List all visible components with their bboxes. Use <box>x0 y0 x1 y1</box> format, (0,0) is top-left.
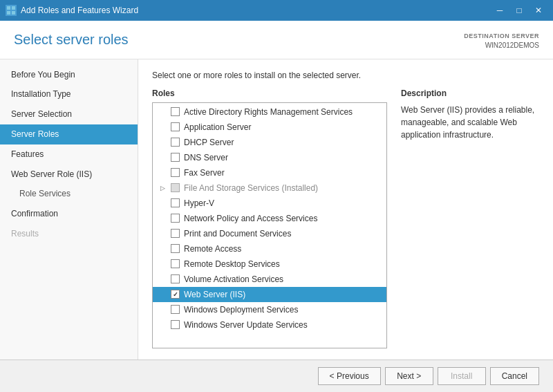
cancel-button[interactable]: Cancel <box>490 367 539 385</box>
minimize-button[interactable]: ─ <box>491 3 509 17</box>
destination-server-name: WIN2012DEMOS <box>464 41 539 50</box>
role-item[interactable]: Hyper-V <box>153 196 386 211</box>
role-checkbox[interactable] <box>171 305 180 314</box>
role-name: Hyper-V <box>184 198 382 208</box>
content-description: Select one or more roles to install on t… <box>152 71 539 80</box>
destination-server: DESTINATION SERVER WIN2012DEMOS <box>464 32 539 50</box>
role-name: Active Directory Rights Management Servi… <box>184 107 382 117</box>
role-checkbox[interactable]: ✓ <box>171 290 180 299</box>
roles-header: Roles <box>152 88 387 98</box>
role-checkbox[interactable] <box>171 320 180 329</box>
role-checkbox[interactable] <box>171 229 180 238</box>
role-checkbox[interactable] <box>171 107 180 116</box>
roles-list: Active Directory Rights Management Servi… <box>153 103 386 348</box>
destination-label: DESTINATION SERVER <box>464 32 539 41</box>
previous-button[interactable]: < Previous <box>318 367 381 385</box>
sidebar-item-results: Results <box>0 224 138 244</box>
role-item[interactable]: Print and Document Services <box>153 226 386 241</box>
svg-rect-3 <box>12 11 15 15</box>
role-name: Volume Activation Services <box>184 274 382 284</box>
svg-rect-0 <box>7 6 10 10</box>
svg-rect-2 <box>7 11 10 15</box>
footer: < Previous Next > Install Cancel <box>0 360 553 392</box>
title-bar: Add Roles and Features Wizard ─ □ ✕ <box>0 0 553 21</box>
sidebar-item-features[interactable]: Features <box>0 144 138 165</box>
header: Select server roles DESTINATION SERVER W… <box>0 21 553 59</box>
sidebar-item-installation-type[interactable]: Installation Type <box>0 84 138 104</box>
role-item[interactable]: Application Server <box>153 120 386 135</box>
role-name: File And Storage Services (Installed) <box>184 183 382 193</box>
role-checkbox[interactable] <box>171 214 180 223</box>
role-item[interactable]: Remote Desktop Services <box>153 256 386 272</box>
role-checkbox[interactable] <box>171 274 180 283</box>
role-checkbox[interactable] <box>171 138 180 147</box>
role-item[interactable]: Windows Server Update Services <box>153 317 386 333</box>
sidebar-item-role-services[interactable]: Role Services <box>0 184 138 204</box>
content-columns: Roles Active Directory Rights Management… <box>152 88 539 348</box>
install-button[interactable]: Install <box>438 367 486 385</box>
main-window: Select server roles DESTINATION SERVER W… <box>0 21 553 392</box>
sidebar-item-before-you-begin[interactable]: Before You Begin <box>0 65 138 85</box>
role-name: Network Policy and Access Services <box>184 214 382 223</box>
role-checkbox[interactable] <box>171 153 180 162</box>
description-panel: Description Web Server (IIS) provides a … <box>401 88 539 348</box>
sidebar-item-server-selection[interactable]: Server Selection <box>0 104 138 124</box>
role-item[interactable]: Network Policy and Access Services <box>153 211 386 226</box>
sidebar-item-server-roles[interactable]: Server Roles <box>0 124 138 144</box>
description-header: Description <box>401 88 539 98</box>
role-name: Fax Server <box>184 168 382 178</box>
description-text: Web Server (IIS) provides a reliable, ma… <box>401 104 539 141</box>
role-checkbox[interactable] <box>171 168 180 177</box>
page-title: Select server roles <box>14 32 129 48</box>
role-name: Windows Deployment Services <box>184 305 382 315</box>
close-button[interactable]: ✕ <box>529 3 547 17</box>
role-name: Remote Desktop Services <box>184 259 382 269</box>
role-item[interactable]: Active Directory Rights Management Servi… <box>153 104 386 120</box>
role-item[interactable]: DNS Server <box>153 150 386 165</box>
sidebar-item-web-server-role-(iis)[interactable]: Web Server Role (IIS) <box>0 165 138 185</box>
sidebar-item-confirmation[interactable]: Confirmation <box>0 204 138 224</box>
content-area: Select one or more roles to install on t… <box>138 59 553 360</box>
role-name: Web Server (IIS) <box>184 290 382 299</box>
role-item[interactable]: DHCP Server <box>153 135 386 150</box>
role-name: Application Server <box>184 122 382 132</box>
role-name: Remote Access <box>184 244 382 254</box>
role-item[interactable]: ✓Web Server (IIS) <box>153 287 386 302</box>
role-checkbox[interactable] <box>171 244 180 253</box>
window-title: Add Roles and Features Wizard <box>21 6 138 15</box>
role-name: Print and Document Services <box>184 229 382 239</box>
svg-rect-1 <box>12 6 15 10</box>
title-bar-left: Add Roles and Features Wizard <box>6 5 138 16</box>
next-button[interactable]: Next > <box>385 367 433 385</box>
role-item[interactable]: ▷File And Storage Services (Installed) <box>153 180 386 196</box>
role-name: DNS Server <box>184 153 382 162</box>
role-name: DHCP Server <box>184 138 382 147</box>
maximize-button[interactable]: □ <box>510 3 528 17</box>
role-checkbox[interactable] <box>171 259 180 268</box>
roles-panel: Roles Active Directory Rights Management… <box>152 88 387 348</box>
body: Before You BeginInstallation TypeServer … <box>0 59 553 360</box>
role-checkbox[interactable] <box>171 198 180 207</box>
sidebar: Before You BeginInstallation TypeServer … <box>0 59 138 360</box>
app-icon <box>6 5 17 16</box>
window-controls: ─ □ ✕ <box>491 3 547 17</box>
role-item[interactable]: Fax Server <box>153 165 386 180</box>
role-checkbox[interactable] <box>171 183 180 192</box>
role-item[interactable]: Windows Deployment Services <box>153 302 386 317</box>
roles-list-container: Active Directory Rights Management Servi… <box>152 102 387 348</box>
expand-icon: ▷ <box>157 185 168 192</box>
role-name: Windows Server Update Services <box>184 320 382 330</box>
role-checkbox[interactable] <box>171 122 180 131</box>
role-item[interactable]: Remote Access <box>153 241 386 256</box>
role-item[interactable]: Volume Activation Services <box>153 272 386 287</box>
